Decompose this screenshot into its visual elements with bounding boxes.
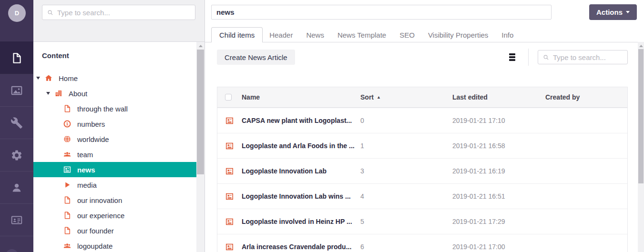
- circled-one-icon: [63, 120, 72, 128]
- row-last-edited: 2019-01-21 17:29: [452, 218, 545, 225]
- tree-item-our-innovation[interactable]: our innovation: [33, 192, 196, 208]
- tree-scrollbar-thumb[interactable]: [197, 50, 204, 174]
- tree-item-through-the-wall[interactable]: through the wall: [33, 101, 196, 116]
- tab-bar: Child items Header News News Template SE…: [205, 27, 644, 42]
- tab-header[interactable]: Header: [263, 27, 299, 42]
- tree-item-label: our experience: [77, 212, 124, 220]
- row-name[interactable]: Arla increases Cravendale produ...: [242, 243, 360, 251]
- row-sort: 6: [360, 243, 452, 251]
- user-icon: [10, 181, 23, 194]
- tree-section-title: Content: [42, 51, 196, 61]
- list-icon: [509, 53, 515, 55]
- document-icon: [63, 211, 72, 220]
- article-icon: [225, 242, 234, 252]
- child-items-workspace: Create News Article Name: [205, 42, 638, 252]
- tree-item-label: through the wall: [77, 105, 128, 113]
- section-settings[interactable]: [0, 107, 33, 139]
- column-header-name[interactable]: Name: [242, 93, 360, 101]
- tree-item-our-experience[interactable]: our experience: [33, 208, 196, 223]
- tab-child-items[interactable]: Child items: [211, 27, 263, 42]
- app-sections-bar: D: [0, 0, 33, 252]
- help-icon[interactable]: [6, 249, 18, 252]
- tab-info[interactable]: Info: [495, 27, 520, 42]
- table-row[interactable]: Logoplaste Innovation Lab wins ... 4 201…: [217, 183, 627, 209]
- tree-item-team[interactable]: team: [33, 147, 196, 162]
- section-media[interactable]: [0, 74, 33, 107]
- document-header: Actions: [205, 0, 644, 27]
- row-last-edited: 2019-01-21 16:51: [452, 192, 545, 200]
- tree-item-logoupdate[interactable]: logoupdate: [33, 238, 196, 252]
- document-icon: [10, 52, 23, 64]
- tree-search-input[interactable]: [57, 9, 191, 17]
- create-news-article-button[interactable]: Create News Article: [217, 50, 295, 65]
- search-icon: [47, 9, 54, 16]
- section-developer[interactable]: [0, 139, 33, 171]
- tab-news-template[interactable]: News Template: [331, 27, 393, 42]
- article-icon: [225, 217, 234, 226]
- section-users[interactable]: [0, 171, 33, 204]
- row-name[interactable]: CAPSA new plant with Logoplast...: [242, 117, 360, 124]
- actions-button-label: Actions: [596, 8, 623, 16]
- tree-item-worldwide[interactable]: worldwide: [33, 131, 196, 147]
- list-search-input[interactable]: [553, 53, 623, 61]
- column-header-created-by[interactable]: Created by: [545, 93, 627, 101]
- content-scrollbar-thumb[interactable]: [638, 49, 644, 183]
- row-sort: 3: [360, 167, 452, 175]
- list-toolbar: Create News Article: [205, 50, 638, 65]
- document-icon: [63, 104, 72, 113]
- article-icon: [225, 116, 234, 125]
- tree-panel: Content Home About through the wall: [33, 0, 205, 252]
- image-icon: [10, 84, 23, 97]
- row-name[interactable]: Logoplaste Innovation Lab wins ...: [242, 192, 360, 200]
- caret-down-icon[interactable]: [36, 77, 44, 80]
- tree-item-our-founder[interactable]: our founder: [33, 223, 196, 238]
- table-header-row: Name Sort ▲ Last edited Created by: [217, 87, 627, 108]
- row-name[interactable]: Logoplaste Innovation Lab: [242, 167, 360, 175]
- list-icon: [509, 59, 515, 61]
- tree-item-label: Home: [59, 74, 78, 82]
- umbraco-backoffice: D Content Home: [0, 0, 644, 252]
- tab-news[interactable]: News: [299, 27, 331, 42]
- row-sort: 5: [360, 218, 452, 225]
- select-all-checkbox[interactable]: [225, 94, 232, 101]
- tree-item-label: worldwide: [77, 135, 109, 143]
- document-name-input[interactable]: [211, 5, 552, 20]
- tab-seo[interactable]: SEO: [393, 27, 421, 42]
- row-sort: 1: [360, 142, 452, 150]
- people-icon: [63, 150, 72, 159]
- column-header-last-edited[interactable]: Last edited: [452, 93, 545, 101]
- tree-scrollbar[interactable]: [196, 42, 204, 252]
- row-sort: 0: [360, 117, 452, 124]
- row-sort: 4: [360, 192, 452, 200]
- search-icon: [542, 54, 550, 61]
- gear-icon: [10, 149, 23, 161]
- avatar[interactable]: D: [8, 4, 26, 22]
- actions-button[interactable]: Actions: [589, 4, 637, 20]
- tab-visibility-properties[interactable]: Visibility Properties: [421, 27, 495, 42]
- row-last-edited: 2019-01-21 17:00: [452, 243, 545, 251]
- tree-item-news[interactable]: news: [33, 162, 196, 177]
- scroll-up-arrow-icon[interactable]: [639, 45, 643, 47]
- column-header-sort[interactable]: Sort: [360, 93, 374, 101]
- child-items-table: Name Sort ▲ Last edited Created by CAPSA…: [217, 87, 628, 252]
- table-row[interactable]: Logoplaste and Arla Foods in the ... 1 2…: [217, 133, 627, 158]
- list-layout-toggle[interactable]: [507, 51, 517, 63]
- row-last-edited: 2019-01-21 16:19: [452, 167, 545, 175]
- article-icon: [225, 141, 234, 151]
- section-content[interactable]: [0, 42, 33, 74]
- row-name[interactable]: Logoplaste and Arla Foods in the ...: [242, 142, 360, 150]
- table-row[interactable]: Logoplaste involved in Heinz HP ... 5 20…: [217, 209, 627, 234]
- tree-item-numbers[interactable]: numbers: [33, 116, 196, 131]
- table-row[interactable]: CAPSA new plant with Logoplast... 0 2019…: [217, 108, 627, 133]
- section-members[interactable]: [0, 204, 33, 236]
- scroll-up-arrow-icon[interactable]: [199, 45, 203, 47]
- tree-item-about[interactable]: About: [33, 86, 196, 101]
- list-icon: [509, 56, 515, 58]
- row-name[interactable]: Logoplaste involved in Heinz HP ...: [242, 218, 360, 225]
- table-row[interactable]: Arla increases Cravendale produ... 6 201…: [217, 234, 627, 252]
- tree-item-media[interactable]: media: [33, 177, 196, 192]
- tree-item-home[interactable]: Home: [33, 71, 196, 86]
- content-scrollbar[interactable]: [638, 42, 644, 252]
- table-row[interactable]: Logoplaste Innovation Lab 3 2019-01-21 1…: [217, 158, 627, 183]
- caret-down-icon[interactable]: [46, 92, 54, 95]
